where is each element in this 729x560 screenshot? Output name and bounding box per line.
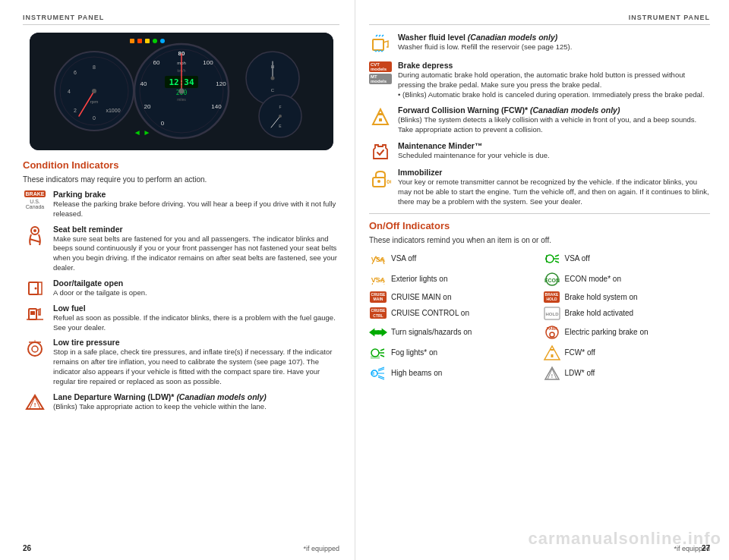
maintenance-minder-icon <box>369 141 392 162</box>
fcw-icon <box>369 105 392 127</box>
econ-mode-icon: ECON <box>543 271 561 288</box>
svg-text:00: 00 <box>387 178 391 185</box>
exterior-lights-label: VSA off <box>565 254 590 263</box>
left-page: INSTRUMENT PANEL 8 6 4 2 0 x1000 rpm 80 … <box>0 0 355 560</box>
indicator-brake-depress: CVT models MT models Brake depress Durin… <box>369 61 710 99</box>
washer-fluid-title: Washer fluid level (Canadian models only… <box>398 33 710 42</box>
fog-lights-label: Fog lights* on <box>391 348 437 357</box>
parking-brake-icon: BRAKE U.S.Canada <box>23 190 47 209</box>
vsa-blinks-icon: VSA <box>369 271 387 288</box>
ldw-title: Lane Departure Warning (LDW)* (Canadian … <box>53 392 339 401</box>
indicator-tire: ! Low tire pressure Stop in a safe place… <box>23 338 339 386</box>
brake-hold-activated-icon: HOLD <box>543 307 561 320</box>
ldw-desc: (Blinks) Take appropriate action to keep… <box>53 402 339 412</box>
ldw-off-icon: ! <box>543 365 561 382</box>
on-off-title: On/Off Indicators <box>369 220 710 231</box>
maintenance-desc: Scheduled maintenance for your vehicle i… <box>398 151 710 161</box>
on-off-exterior-lights: VSA off <box>543 250 711 267</box>
svg-point-50 <box>35 287 37 289</box>
svg-text:8: 8 <box>93 64 96 70</box>
svg-text:F: F <box>279 105 281 109</box>
turn-signals-label: Turn signals/hazards on <box>391 328 472 336</box>
maintenance-title: Maintenance Minder™ <box>398 141 710 150</box>
vsa-off-label: VSA off <box>391 254 416 263</box>
svg-rect-76 <box>551 349 554 351</box>
svg-marker-70 <box>369 328 379 336</box>
door-icon <box>23 278 47 297</box>
high-beams-label: High beams on <box>391 369 442 377</box>
svg-text:!: ! <box>34 401 36 408</box>
indicator-fcw: Forward Collision Warning (FCW)* (Canadi… <box>369 105 710 135</box>
left-footer-note: *if equipped <box>303 545 339 552</box>
econ-mode-label: ECON mode* on <box>565 275 621 283</box>
svg-text:!: ! <box>34 339 36 344</box>
ldw-icon: ! <box>23 392 47 411</box>
on-off-high-beams: High beams on <box>369 365 537 382</box>
svg-text:140: 140 <box>211 103 222 110</box>
fuel-title: Low fuel <box>53 304 339 313</box>
svg-text:120: 120 <box>216 80 226 87</box>
fcw-off-icon <box>543 344 561 361</box>
high-beams-icon <box>369 366 387 381</box>
cluster-image: 8 6 4 2 0 x1000 rpm 80 100 120 140 60 40… <box>30 33 333 150</box>
watermark: carmanualsonline.info <box>529 529 722 549</box>
indicator-door: Door/tailgate open A door or the tailgat… <box>23 278 339 298</box>
svg-text:60: 60 <box>153 59 159 66</box>
svg-point-53 <box>28 342 42 356</box>
svg-rect-41 <box>137 39 142 43</box>
on-off-cruise-control: CRUISECTRL CRUISE CONTROL on <box>369 307 537 320</box>
svg-text:0: 0 <box>93 115 96 121</box>
seatbelt-icon <box>23 225 47 247</box>
immobilizer-title: Immobilizer <box>398 168 710 177</box>
exterior-lights-icon <box>543 250 561 267</box>
vsa-off-icon: VSA <box>369 250 387 267</box>
svg-text:20: 20 <box>144 103 150 110</box>
indicator-maintenance-minder: Maintenance Minder™ Scheduled maintenanc… <box>369 141 710 162</box>
cruise-control-icon: CRUISECTRL <box>369 307 387 319</box>
left-page-num: 26 <box>23 544 31 552</box>
brake-hold-system-icon: BRAKEHOLD <box>543 291 561 303</box>
on-off-cruise-main: CRUISEMAIN CRUISE MAIN on <box>369 291 537 303</box>
indicator-fuel: Low fuel Refuel as soon as possible. If … <box>23 304 339 333</box>
tire-title: Low tire pressure <box>53 338 339 347</box>
svg-text:ECON: ECON <box>544 278 559 283</box>
indicator-seatbelt: Seat belt reminder Make sure seat belts … <box>23 225 339 273</box>
tire-icon: ! <box>23 338 47 358</box>
svg-text:miles: miles <box>177 97 186 102</box>
cruise-control-label: CRUISE CONTROL on <box>391 309 469 317</box>
svg-text:4: 4 <box>68 89 71 94</box>
svg-point-34 <box>270 77 274 80</box>
tire-desc: Stop in a safe place, check tire pressur… <box>53 348 339 386</box>
cruise-main-icon: CRUISEMAIN <box>369 291 387 303</box>
vsa-blinks-label: Exterior lights on <box>391 275 447 283</box>
on-off-turn-signals: Turn signals/hazards on <box>369 324 537 341</box>
brake-depress-desc: During automatic brake hold operation, t… <box>398 71 710 99</box>
cruise-main-label: CRUISE MAIN on <box>391 293 451 301</box>
section-divider <box>369 213 710 214</box>
svg-rect-59 <box>379 118 382 121</box>
seatbelt-title: Seat belt reminder <box>53 225 339 234</box>
brake-depress-title: Brake depress <box>398 61 710 70</box>
svg-point-43 <box>153 39 157 43</box>
svg-rect-77 <box>551 354 553 357</box>
fcw-desc: (Blinks) The system detects a likely col… <box>398 115 710 135</box>
condition-indicators-title: Condition Indicators <box>23 159 339 171</box>
svg-point-29 <box>178 89 184 94</box>
svg-rect-52 <box>30 311 35 315</box>
svg-point-75 <box>371 349 379 357</box>
svg-rect-58 <box>378 113 383 115</box>
svg-point-11 <box>92 89 96 93</box>
svg-rect-42 <box>145 39 150 43</box>
svg-rect-79 <box>371 372 374 375</box>
fog-lights-icon <box>369 344 387 361</box>
ldw-off-label: LDW* off <box>565 369 595 377</box>
svg-rect-49 <box>38 282 42 294</box>
door-desc: A door or the tailgate is open. <box>53 288 339 298</box>
seatbelt-desc: Make sure seat belts are fastened for yo… <box>53 234 339 273</box>
washer-fluid-icon <box>369 33 392 55</box>
right-header: INSTRUMENT PANEL <box>369 14 710 25</box>
svg-point-39 <box>279 115 282 118</box>
svg-text:40: 40 <box>140 80 147 87</box>
fcw-title: Forward Collision Warning (FCW)* (Canadi… <box>398 105 710 115</box>
svg-point-47 <box>33 229 36 232</box>
